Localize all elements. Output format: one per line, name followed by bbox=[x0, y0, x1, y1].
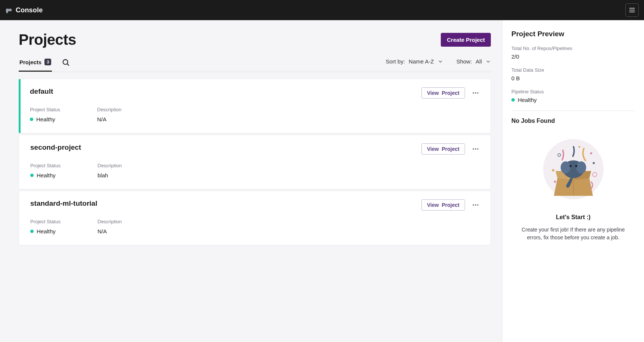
preview-title: Project Preview bbox=[511, 30, 635, 38]
svg-point-8 bbox=[477, 92, 478, 93]
search-button[interactable] bbox=[62, 58, 70, 69]
more-options-button[interactable] bbox=[472, 89, 479, 97]
project-list: default View Project Project Status Heal… bbox=[19, 79, 491, 246]
chevron-down-icon bbox=[486, 59, 491, 64]
project-card[interactable]: second-project View Project Project Stat… bbox=[19, 135, 491, 189]
svg-point-0 bbox=[10, 9, 11, 10]
brand-logo-icon bbox=[5, 6, 13, 14]
field-label-status: Project Status bbox=[30, 107, 75, 112]
project-preview-panel: Project Preview Total No. of Repos/Pipel… bbox=[502, 20, 644, 342]
top-bar: Console bbox=[0, 0, 644, 20]
svg-point-25 bbox=[575, 165, 577, 167]
svg-point-28 bbox=[590, 152, 592, 155]
project-name: default bbox=[30, 87, 53, 96]
svg-point-12 bbox=[473, 204, 474, 205]
page-title: Projects bbox=[19, 31, 76, 48]
project-description: blah bbox=[97, 172, 142, 178]
hamburger-menu-button[interactable] bbox=[625, 3, 639, 17]
project-description: N/A bbox=[97, 228, 142, 234]
preview-datasize-label: Total Data Size bbox=[511, 67, 635, 73]
toolbar: Projects 3 Sort by: Name A-Z Show bbox=[19, 55, 491, 72]
show-control[interactable]: Show: All bbox=[456, 58, 491, 65]
status-dot-icon bbox=[30, 174, 34, 177]
project-card[interactable]: default View Project Project Status Heal… bbox=[19, 79, 491, 133]
project-status-text: Healthy bbox=[37, 172, 56, 178]
preview-pipeline-status-label: Pipeline Status bbox=[511, 89, 635, 94]
project-status: Healthy bbox=[30, 116, 75, 122]
view-project-button[interactable]: View Project bbox=[421, 87, 465, 99]
svg-point-6 bbox=[473, 92, 474, 93]
project-status: Healthy bbox=[30, 228, 75, 234]
main-content: Projects Create Project Projects 3 Sort bbox=[0, 20, 502, 342]
brand: Console bbox=[5, 6, 43, 14]
project-description: N/A bbox=[97, 116, 142, 122]
field-label-description: Description bbox=[97, 219, 142, 224]
project-name: second-project bbox=[30, 143, 81, 152]
field-label-status: Project Status bbox=[30, 163, 75, 168]
svg-line-5 bbox=[67, 63, 69, 65]
tab-count-badge: 3 bbox=[44, 59, 51, 65]
view-project-button[interactable]: View Project bbox=[421, 143, 465, 155]
create-project-button[interactable]: Create Project bbox=[441, 33, 491, 47]
svg-rect-32 bbox=[579, 146, 580, 148]
tab-projects[interactable]: Projects 3 bbox=[19, 55, 52, 72]
svg-point-22 bbox=[560, 161, 570, 173]
preview-repos-value: 2/0 bbox=[511, 53, 635, 60]
svg-point-23 bbox=[576, 161, 586, 173]
show-value: All bbox=[476, 58, 482, 65]
svg-point-14 bbox=[477, 204, 478, 205]
divider bbox=[511, 111, 635, 111]
preview-pipeline-status-value: Healthy bbox=[511, 97, 635, 103]
project-status-text: Healthy bbox=[36, 116, 55, 122]
svg-point-9 bbox=[473, 148, 474, 149]
chevron-down-icon bbox=[438, 59, 443, 64]
preview-datasize-value: 0 B bbox=[511, 75, 635, 81]
more-options-button[interactable] bbox=[472, 145, 479, 153]
sort-value: Name A-Z bbox=[409, 58, 434, 65]
tab-label: Projects bbox=[19, 59, 41, 65]
project-status: Healthy bbox=[30, 172, 75, 178]
field-label-description: Description bbox=[97, 163, 142, 168]
empty-state-illustration bbox=[511, 136, 635, 206]
svg-point-31 bbox=[554, 181, 556, 183]
svg-point-13 bbox=[475, 204, 476, 205]
svg-point-10 bbox=[475, 148, 476, 149]
project-name: standard-ml-tutorial bbox=[30, 199, 97, 208]
svg-point-24 bbox=[569, 165, 572, 167]
more-options-button[interactable] bbox=[472, 201, 479, 209]
svg-point-7 bbox=[475, 92, 476, 93]
project-card[interactable]: standard-ml-tutorial View Project Projec… bbox=[19, 191, 491, 245]
field-label-description: Description bbox=[97, 107, 142, 112]
status-dot-icon bbox=[30, 230, 34, 233]
view-project-button[interactable]: View Project bbox=[421, 199, 465, 211]
sort-label-prefix: Sort by: bbox=[386, 58, 405, 65]
preview-repos-label: Total No. of Repos/Pipelines bbox=[511, 46, 635, 51]
status-dot-icon bbox=[30, 118, 33, 121]
empty-state-description: Create your first job! If there are any … bbox=[511, 226, 635, 242]
project-status-text: Healthy bbox=[37, 228, 56, 234]
no-jobs-heading: No Jobs Found bbox=[511, 118, 635, 124]
field-label-status: Project Status bbox=[30, 219, 75, 224]
show-label-prefix: Show: bbox=[456, 58, 472, 65]
brand-title: Console bbox=[16, 6, 43, 14]
empty-state-title: Let's Start :) bbox=[511, 214, 635, 221]
status-dot-icon bbox=[511, 98, 515, 102]
preview-pipeline-status-text: Healthy bbox=[518, 97, 537, 103]
sort-control[interactable]: Sort by: Name A-Z bbox=[386, 58, 443, 65]
svg-point-11 bbox=[477, 148, 478, 149]
